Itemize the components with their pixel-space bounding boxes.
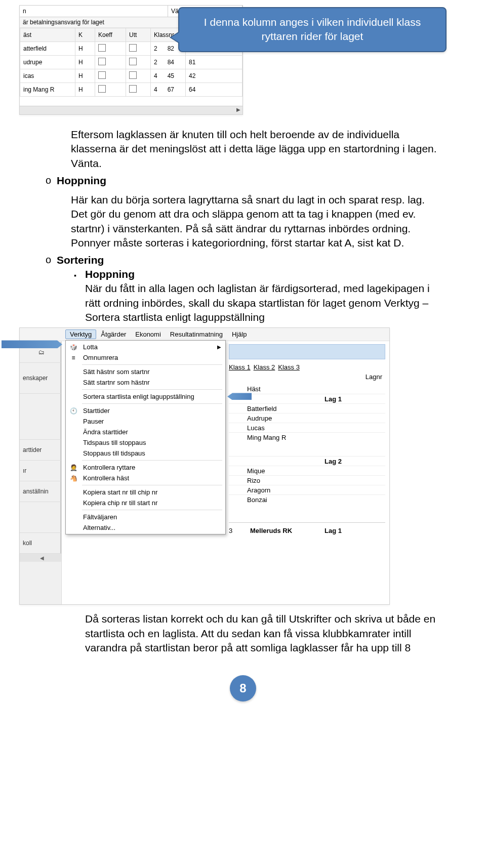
sidebar-anstallnin[interactable]: anställnin [20, 481, 61, 502]
sidebar-starttider[interactable]: arttider [20, 440, 61, 461]
col-koeff[interactable]: Koeff [95, 28, 126, 42]
checkbox[interactable] [129, 71, 137, 79]
menu-hjalp[interactable]: Hjälp [227, 329, 252, 339]
paragraph-lagklass: Eftersom lagklassen är knuten till och h… [71, 128, 440, 171]
menu-item[interactable]: Tidspaus till stoppaus [66, 437, 225, 448]
cell-utt [126, 83, 151, 97]
cell-hast: icas [20, 69, 75, 83]
horse-name: Lucas [247, 424, 325, 432]
checkbox[interactable] [98, 58, 106, 65]
sidebar-gap2 [20, 502, 61, 533]
checkbox[interactable] [98, 71, 106, 79]
cell-klassnr: 4 67 [151, 83, 186, 97]
sidebar-r[interactable]: ır [20, 461, 61, 481]
dice-icon: 🎲 [69, 343, 78, 352]
horse-row[interactable]: Batterfield [229, 403, 385, 413]
menu-item-label: Sortera startlista enligt laguppställnin… [83, 393, 194, 400]
sidebar-koll[interactable]: koll [20, 533, 61, 554]
checkbox[interactable] [129, 85, 137, 93]
menu-verktyg[interactable]: Verktyg [65, 329, 96, 339]
cell-k: H [75, 69, 95, 83]
tab-klass1[interactable]: Klass 1 [229, 363, 251, 371]
menu-item[interactable]: Sätt startnr som hästnr [66, 377, 225, 388]
col-hast[interactable]: äst [20, 28, 75, 42]
checkbox[interactable] [129, 44, 137, 52]
horse-row[interactable]: Audrupe [229, 413, 385, 423]
paragraph-sortera-lagryttarna: Här kan du börja sortera lagryttarna så … [71, 193, 440, 250]
horse-icon: 🐴 [69, 474, 78, 483]
selected-row-header [229, 344, 385, 359]
screenshot-menu: Verktyg Åtgärder Ekonomi Resultatinmatni… [19, 327, 390, 605]
menu-item-label: Sätt startnr som hästnr [83, 379, 150, 386]
list-icon: ≡ [69, 353, 78, 362]
horse-name: Bonzai [247, 496, 325, 504]
horse-name: Ming Mang R [247, 434, 325, 441]
lag-label: Lag 2 [325, 458, 385, 465]
menu-item[interactable]: 🤵Kontrollera ryttare [66, 462, 225, 473]
menu-item[interactable]: Kopiera start nr till chip nr [66, 487, 225, 498]
menu-item[interactable]: Kopiera chip nr till start nr [66, 498, 225, 508]
horse-row[interactable]: Bonzai [229, 494, 385, 504]
menu-item-label: Kontrollera häst [83, 474, 129, 482]
menu-separator [82, 403, 222, 404]
cell-koeff [95, 83, 126, 97]
scroll-right-icon[interactable]: ▶ [236, 107, 240, 112]
horse-row[interactable]: Lucas [229, 423, 385, 432]
table-row[interactable]: icasH4 4542 [20, 69, 242, 83]
menu-item[interactable]: Sortera startlista enligt laguppställnin… [66, 391, 225, 402]
menu-item-label: Stoppaus till tidspaus [83, 449, 145, 457]
tab-klass3[interactable]: Klass 3 [278, 363, 300, 371]
menu-item[interactable]: Stoppaus till tidspaus [66, 448, 225, 459]
menu-ekonomi[interactable]: Ekonomi [131, 329, 166, 339]
menu-item[interactable]: 🕙Starttider [66, 405, 225, 416]
square-bullet-icon: ▪ [74, 271, 76, 279]
table-row[interactable]: ing Mang RH4 6764 [20, 83, 242, 97]
bottom-lag: Lag 1 [325, 527, 385, 534]
paragraph-sorterad: Då sorteras listan korrekt och du kan gå… [85, 612, 440, 655]
menu-item-label: Fältväljaren [83, 513, 117, 521]
col-k[interactable]: K [75, 28, 95, 42]
menu-item-label: Ändra starttider [83, 428, 128, 436]
menu-item[interactable]: 🐴Kontrollera häst [66, 473, 225, 483]
cell-hast: udrupe [20, 56, 75, 69]
cell-utt [126, 69, 151, 83]
pointer-arrow-verktyg [2, 340, 62, 348]
menu-atgarder[interactable]: Åtgärder [96, 329, 131, 339]
checkbox[interactable] [129, 58, 137, 65]
menu-item-label: Lotta [83, 343, 98, 351]
menu-item[interactable]: Ändra starttider [66, 427, 225, 437]
cell-koeff [95, 56, 126, 69]
table-row[interactable]: udrupeH2 8481 [20, 56, 242, 69]
sidebar-scroll-left[interactable]: ◀ [20, 554, 61, 562]
horse-row[interactable]: Aragorn [229, 485, 385, 494]
cell-koeff [95, 42, 126, 56]
horse-name: Audrupe [247, 415, 325, 422]
horizontal-scrollbar[interactable]: ▶ [20, 106, 242, 114]
menu-item[interactable]: Sätt hästnr som startnr [66, 366, 225, 377]
pointer-arrow-sortera [227, 393, 252, 400]
cell-k: H [75, 83, 95, 97]
menu-item[interactable]: Fältväljaren [66, 512, 225, 522]
page-number-badge: 8 [230, 675, 256, 701]
menu-item-label: Sätt hästnr som startnr [83, 368, 150, 376]
cell-klassnr: 4 45 [151, 69, 186, 83]
horse-row[interactable]: Rizo [229, 475, 385, 485]
sidebar-egenskaper[interactable]: enskaper [20, 363, 61, 394]
horse-row[interactable]: Ming Mang R [229, 432, 385, 442]
checkbox[interactable] [98, 85, 106, 93]
col-utt[interactable]: Utt [126, 28, 151, 42]
horse-header-row: Häst [229, 384, 385, 394]
menu-item[interactable]: Pauser [66, 416, 225, 427]
menu-resultat[interactable]: Resultatinmatning [166, 329, 227, 339]
bullet-icon: o [46, 254, 51, 266]
cell-k: H [75, 56, 95, 69]
input-field-n[interactable]: n [20, 6, 168, 17]
tab-klass2[interactable]: Klass 2 [254, 363, 275, 371]
horse-row[interactable]: Mique [229, 466, 385, 475]
checkbox[interactable] [98, 44, 106, 52]
verktyg-dropdown: 🎲Lotta▶≡OmnumreraSätt hästnr som startnr… [65, 340, 226, 534]
menu-item[interactable]: ≡Omnumrera [66, 352, 225, 363]
menu-item[interactable]: Alternativ... [66, 522, 225, 533]
menu-item[interactable]: 🎲Lotta▶ [66, 342, 225, 352]
cell-hast: ing Mang R [20, 83, 75, 97]
